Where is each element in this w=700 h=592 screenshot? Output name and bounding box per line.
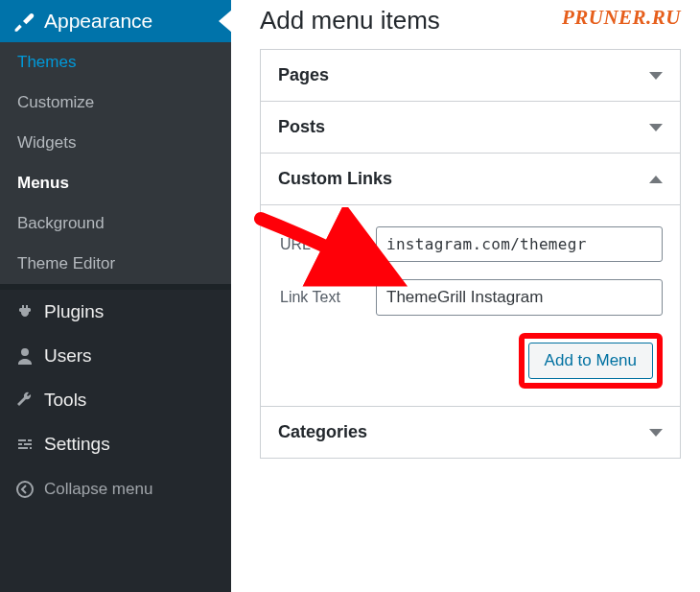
accordion-label: Posts bbox=[278, 117, 325, 137]
active-menu-pointer bbox=[219, 10, 232, 33]
menu-items-metabox: Pages Posts Custom Links URL Link Text A… bbox=[260, 49, 681, 459]
brush-icon bbox=[12, 10, 35, 33]
sidebar-item-tools[interactable]: Tools bbox=[0, 378, 231, 422]
accordion-categories[interactable]: Categories bbox=[261, 406, 680, 458]
admin-sidebar: Appearance Themes Customize Widgets Menu… bbox=[0, 0, 231, 592]
chevron-down-icon bbox=[649, 429, 663, 437]
sidebar-item-plugins[interactable]: Plugins bbox=[0, 290, 231, 334]
sidebar-item-label: Users bbox=[44, 345, 92, 367]
accordion-pages[interactable]: Pages bbox=[261, 50, 680, 101]
page-title: Add menu items bbox=[260, 6, 440, 36]
sidebar-item-background[interactable]: Background bbox=[0, 203, 231, 244]
sidebar-item-customize[interactable]: Customize bbox=[0, 83, 231, 123]
accordion-label: Pages bbox=[278, 65, 329, 85]
add-to-menu-button[interactable]: Add to Menu bbox=[528, 343, 653, 379]
sidebar-item-label: Tools bbox=[44, 390, 86, 411]
collapse-menu[interactable]: Collapse menu bbox=[0, 466, 231, 512]
wrench-icon bbox=[12, 391, 38, 410]
user-icon bbox=[12, 346, 38, 366]
custom-links-panel: URL Link Text Add to Menu bbox=[261, 204, 680, 406]
chevron-down-icon bbox=[649, 124, 663, 131]
watermark-text: PRUNER.RU bbox=[562, 6, 681, 30]
url-label: URL bbox=[280, 236, 376, 253]
chevron-up-icon bbox=[649, 176, 663, 183]
sidebar-item-settings[interactable]: Settings bbox=[0, 422, 231, 466]
plug-icon bbox=[12, 302, 38, 321]
svg-point-0 bbox=[17, 482, 33, 497]
annotation-highlight-box: Add to Menu bbox=[519, 333, 663, 389]
sidebar-top-appearance[interactable]: Appearance bbox=[0, 0, 231, 42]
url-input[interactable] bbox=[376, 226, 663, 262]
accordion-custom-links[interactable]: Custom Links bbox=[261, 153, 680, 204]
sidebar-item-menus[interactable]: Menus bbox=[0, 163, 231, 203]
sidebar-item-users[interactable]: Users bbox=[0, 334, 231, 378]
accordion-label: Custom Links bbox=[278, 169, 392, 189]
sidebar-item-label: Plugins bbox=[44, 301, 104, 322]
chevron-down-icon bbox=[649, 72, 663, 80]
sidebar-item-theme-editor[interactable]: Theme Editor bbox=[0, 244, 231, 284]
appearance-submenu: Themes Customize Widgets Menus Backgroun… bbox=[0, 42, 231, 284]
collapse-label: Collapse menu bbox=[44, 480, 152, 499]
link-text-input[interactable] bbox=[376, 279, 663, 316]
sliders-icon bbox=[12, 435, 38, 454]
main-content: Add menu items PRUNER.RU Pages Posts Cus… bbox=[231, 0, 700, 592]
link-text-label: Link Text bbox=[280, 289, 376, 306]
accordion-posts[interactable]: Posts bbox=[261, 101, 680, 153]
sidebar-top-label: Appearance bbox=[44, 10, 152, 33]
accordion-label: Categories bbox=[278, 422, 367, 442]
collapse-icon bbox=[12, 480, 38, 499]
sidebar-item-label: Settings bbox=[44, 434, 110, 455]
sidebar-item-themes[interactable]: Themes bbox=[0, 42, 231, 83]
sidebar-item-widgets[interactable]: Widgets bbox=[0, 123, 231, 163]
